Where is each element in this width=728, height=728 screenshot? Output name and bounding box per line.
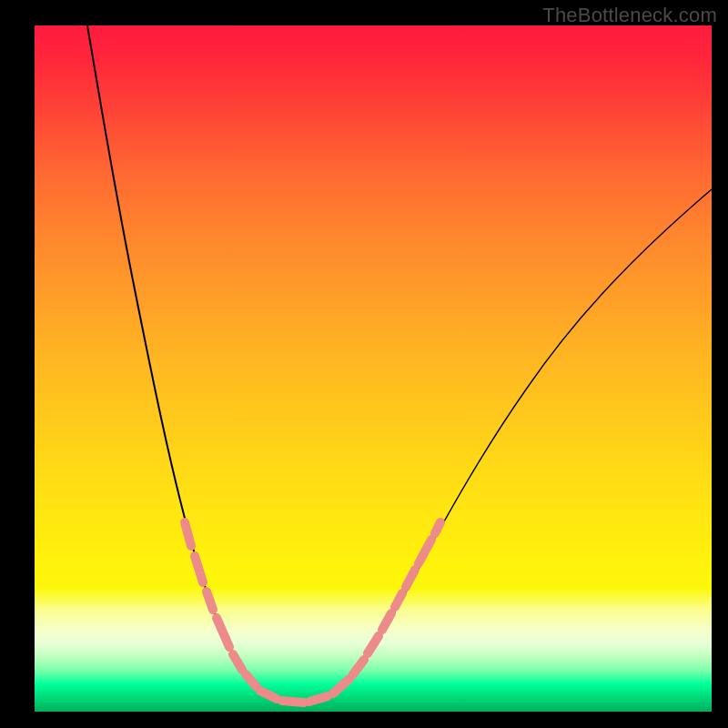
marker-dash <box>260 691 277 699</box>
marker-dash <box>382 613 391 630</box>
marker-dash <box>406 570 415 587</box>
curve-left-branch <box>87 25 298 703</box>
marker-group <box>185 522 440 703</box>
curve-right-branch <box>298 189 712 703</box>
marker-dash <box>368 636 379 653</box>
marker-dash <box>195 556 203 582</box>
marker-dash <box>333 679 349 693</box>
marker-dash <box>282 701 304 703</box>
marker-dash <box>185 522 191 546</box>
marker-dash <box>207 592 213 610</box>
marker-dash <box>217 618 229 647</box>
marker-dash <box>353 660 364 674</box>
marker-dash <box>309 696 328 702</box>
marker-dash <box>395 593 402 607</box>
watermark-text: TheBottleneck.com <box>542 4 717 27</box>
marker-dash <box>419 540 431 563</box>
chart-plot-area <box>35 25 712 712</box>
marker-dash <box>233 654 242 670</box>
marker-dash <box>246 674 257 687</box>
marker-dash <box>435 522 440 533</box>
chart-svg <box>35 25 712 712</box>
